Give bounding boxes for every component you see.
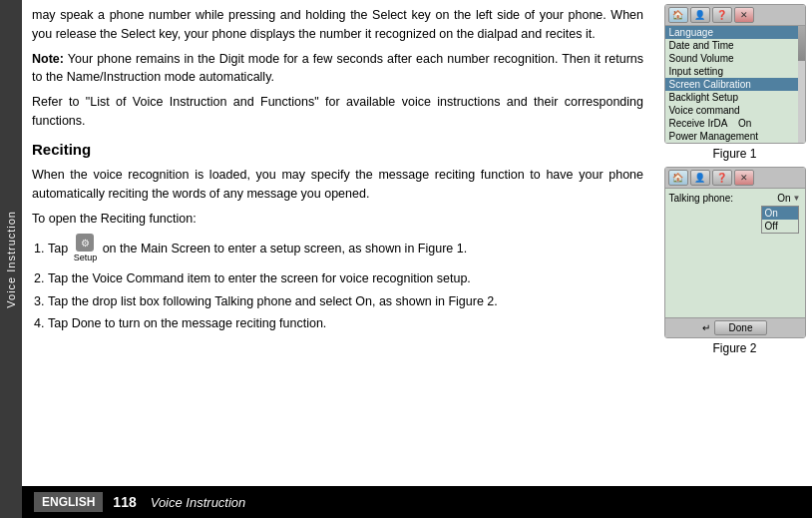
step1-item: Tap ⚙ Setup on the Main Screen to enter … xyxy=(48,234,643,265)
setup-icon: ⚙ Setup xyxy=(74,234,98,265)
footer-language: ENGLISH xyxy=(34,492,103,512)
menu-item-screencal[interactable]: Screen Calibration xyxy=(665,78,798,91)
menu-items-wrap: Language Date and Time Sound Volume Inpu… xyxy=(665,26,798,143)
note-label: Note: xyxy=(32,52,64,66)
figure2-block: 🏠 👤 ❓ ✕ Talking phone: On ▼ xyxy=(663,167,806,355)
figures-area: 🏠 👤 ❓ ✕ Language Date and Time Sound Vol… xyxy=(657,0,812,486)
step1b-text: on the Main Screen to enter a setup scre… xyxy=(103,242,468,256)
note-text: Your phone remains in the Digit mode for… xyxy=(32,52,643,85)
menu-scrollbar[interactable] xyxy=(798,26,805,143)
sidebar-label: Voice Instruction xyxy=(5,211,17,308)
dropdown-option-off[interactable]: Off xyxy=(762,220,798,233)
close-btn-fig1[interactable]: ✕ xyxy=(734,7,754,23)
text-area: may speak a phone number while pressing … xyxy=(22,0,657,486)
dropdown-inline: On ▼ xyxy=(777,193,800,204)
main-content: may speak a phone number while pressing … xyxy=(22,0,812,518)
dropdown-arrow-icon: ▼ xyxy=(793,194,801,203)
footer: ENGLISH 118 Voice Instruction xyxy=(22,486,812,518)
figure2-phone: 🏠 👤 ❓ ✕ Talking phone: On ▼ xyxy=(664,167,806,338)
refer-text: Refer to "List of Voice Instruction and … xyxy=(32,93,643,131)
menu-item-inputset[interactable]: Input setting xyxy=(665,65,798,78)
footer-page: 118 xyxy=(113,494,136,510)
home-btn-fig1[interactable]: 🏠 xyxy=(668,7,688,23)
home-btn-fig2[interactable]: 🏠 xyxy=(668,170,688,186)
figure2-bottombar: ↵ Done xyxy=(665,317,805,337)
menu-item-backlight[interactable]: Backlight Setup xyxy=(665,91,798,104)
step2-item: Tap the Voice Command item to enter the … xyxy=(48,269,643,288)
figure1-caption: Figure 1 xyxy=(712,147,756,161)
top-section: may speak a phone number while pressing … xyxy=(22,0,812,486)
btn2-fig2[interactable]: 👤 xyxy=(690,170,710,186)
btn2-fig1[interactable]: 👤 xyxy=(690,7,710,23)
steps-list: Tap ⚙ Setup on the Main Screen to enter … xyxy=(48,234,643,333)
reciting-intro: When the voice recognition is loaded, yo… xyxy=(32,166,643,204)
footer-title: Voice Instruction xyxy=(151,495,246,510)
figure2-topbar: 🏠 👤 ❓ ✕ xyxy=(665,168,805,189)
btn3-fig1[interactable]: ❓ xyxy=(712,7,732,23)
setup-icon-img: ⚙ xyxy=(76,234,94,252)
talking-label: Talking phone: xyxy=(669,193,734,204)
menu-item-receiveirda[interactable]: Receive IrDA On xyxy=(665,117,798,130)
current-value: On xyxy=(777,193,790,204)
menu-title: Language xyxy=(665,26,798,39)
dropdown-option-on[interactable]: On xyxy=(762,207,798,220)
figure1-block: 🏠 👤 ❓ ✕ Language Date and Time Sound Vol… xyxy=(663,4,806,161)
enter-icon: ↵ xyxy=(702,322,710,333)
figure1-menu: Language Date and Time Sound Volume Inpu… xyxy=(665,26,805,143)
menu-with-scroll: Language Date and Time Sound Volume Inpu… xyxy=(665,26,805,143)
menu-item-soundvol[interactable]: Sound Volume xyxy=(665,52,798,65)
setup-icon-label: Setup xyxy=(74,252,98,265)
para1: may speak a phone number while pressing … xyxy=(32,6,643,44)
step3-item: Tap the drop list box following Talking … xyxy=(48,292,643,311)
talking-row: Talking phone: On ▼ xyxy=(669,193,801,204)
figure2-screen: Talking phone: On ▼ On Off xyxy=(665,189,805,317)
close-btn-fig2[interactable]: ✕ xyxy=(734,170,754,186)
dropdown-list[interactable]: On Off xyxy=(761,206,799,234)
figure1-phone: 🏠 👤 ❓ ✕ Language Date and Time Sound Vol… xyxy=(664,4,806,144)
figure2-caption: Figure 2 xyxy=(712,341,756,355)
step1-text: Tap xyxy=(48,242,68,256)
menu-item-powermgmt[interactable]: Power Management xyxy=(665,130,798,143)
figure1-topbar: 🏠 👤 ❓ ✕ xyxy=(665,5,805,26)
note-para: Note: Your phone remains in the Digit mo… xyxy=(32,50,643,88)
screen2-spacer xyxy=(669,234,801,313)
menu-item-datetime[interactable]: Date and Time xyxy=(665,39,798,52)
open-reciting: To open the Reciting function: xyxy=(32,210,643,229)
step4-item: Tap Done to turn on the message reciting… xyxy=(48,314,643,333)
btn3-fig2[interactable]: ❓ xyxy=(712,170,732,186)
reciting-heading: Reciting xyxy=(32,139,643,162)
menu-item-voicecmd[interactable]: Voice command xyxy=(665,104,798,117)
done-button[interactable]: Done xyxy=(714,320,768,335)
sidebar: Voice Instruction xyxy=(0,0,22,518)
